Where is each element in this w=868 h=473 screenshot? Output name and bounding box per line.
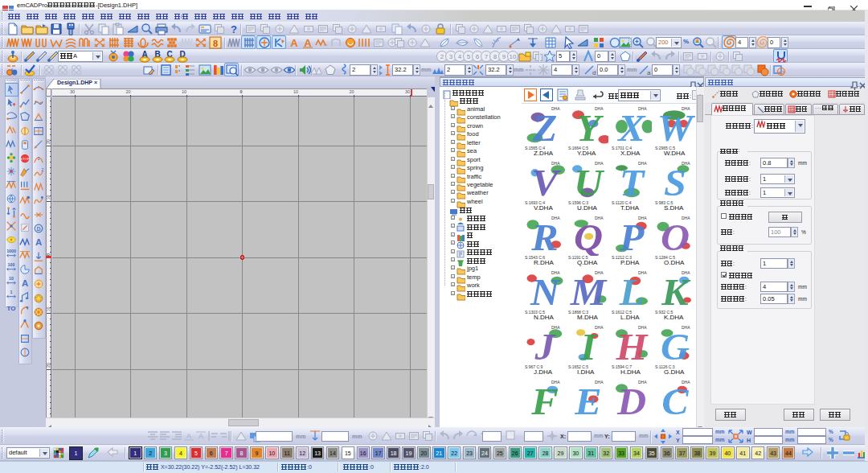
- svg-text:10: 10: [9, 276, 14, 281]
- svg-text:E: E: [574, 382, 601, 420]
- svg-text:D: D: [36, 226, 40, 232]
- svg-text:d: d: [592, 69, 596, 76]
- svg-text:T: T: [620, 163, 646, 201]
- svg-text:a: a: [647, 69, 651, 76]
- svg-text:20: 20: [46, 363, 51, 368]
- svg-text:L: L: [619, 273, 645, 311]
- svg-text:O: O: [661, 218, 690, 256]
- svg-text:TO: TO: [7, 305, 16, 312]
- svg-text:J: J: [534, 327, 556, 365]
- svg-text:Q: Q: [574, 218, 603, 256]
- svg-text:U: U: [574, 163, 605, 201]
- svg-text:A: A: [35, 238, 42, 248]
- svg-text:D: D: [616, 382, 646, 420]
- svg-text:STOP: STOP: [20, 157, 30, 161]
- svg-text:P: P: [619, 218, 645, 256]
- svg-text:N: N: [530, 273, 561, 311]
- svg-text:X: X: [616, 109, 646, 146]
- svg-text:2: 2: [42, 167, 44, 172]
- svg-text:Y: Y: [576, 109, 604, 146]
- svg-text:M: M: [570, 273, 608, 311]
- svg-text:I: I: [579, 327, 598, 365]
- svg-text:F: F: [530, 382, 558, 420]
- svg-text:A: A: [186, 432, 191, 440]
- svg-text:10: 10: [46, 306, 51, 311]
- svg-text:C: C: [661, 382, 689, 420]
- svg-text:H: H: [616, 327, 649, 365]
- svg-text:1: 1: [10, 290, 13, 294]
- svg-text:20: 20: [46, 139, 51, 144]
- svg-text:A: A: [290, 37, 298, 49]
- svg-text:100: 100: [8, 262, 15, 267]
- svg-text:S: S: [664, 163, 686, 201]
- svg-text:A: A: [199, 432, 203, 440]
- svg-text:1: 1: [38, 155, 40, 160]
- svg-text:V: V: [531, 163, 561, 201]
- svg-text:?: ?: [231, 23, 237, 35]
- svg-text:1000: 1000: [6, 249, 16, 253]
- svg-text:Z: Z: [532, 109, 558, 146]
- svg-text:10: 10: [46, 195, 51, 199]
- svg-text:10: 10: [510, 53, 517, 60]
- svg-text:K: K: [661, 273, 691, 311]
- svg-text:R: R: [530, 218, 558, 256]
- svg-text:W: W: [657, 109, 695, 146]
- svg-text:8: 8: [213, 39, 218, 48]
- svg-text:G: G: [661, 327, 690, 365]
- svg-text:A: A: [22, 278, 28, 288]
